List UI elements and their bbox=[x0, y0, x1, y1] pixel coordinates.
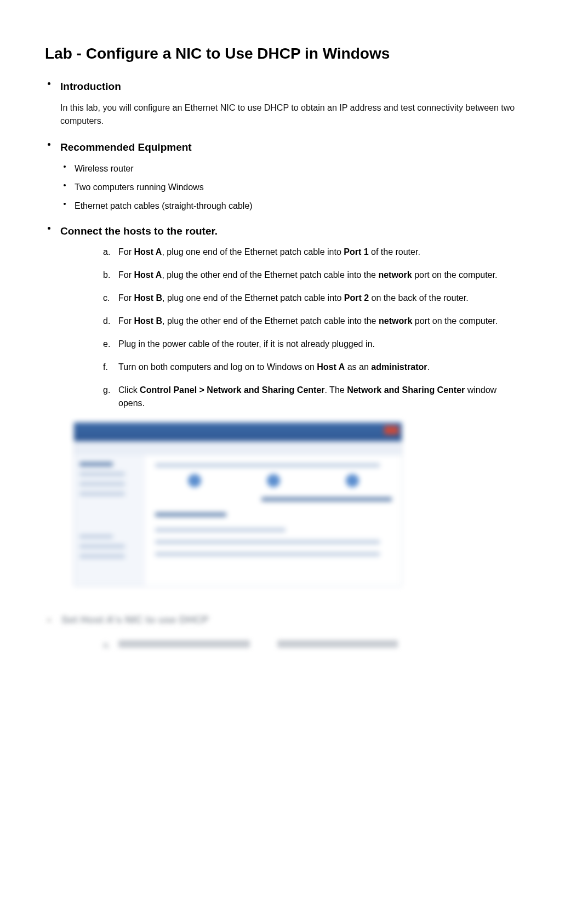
step-item: a.For Host A, plug one end of the Ethern… bbox=[103, 246, 537, 259]
page-title: Lab - Configure a NIC to Use DHCP in Win… bbox=[45, 44, 537, 64]
step-letter: a. bbox=[103, 640, 118, 650]
equipment-list: Wireless router Two computers running Wi… bbox=[60, 162, 537, 213]
step-text: For Host B, plug the other end of the Et… bbox=[118, 315, 537, 328]
step-text: Click Control Panel > Network and Sharin… bbox=[118, 384, 537, 410]
step-text: Plug in the power cable of the router, i… bbox=[118, 338, 537, 351]
section-blurred: Set Host A's NIC to use DHCP a. bbox=[45, 614, 537, 650]
blurred-text bbox=[118, 640, 250, 648]
bullet-marker bbox=[48, 143, 50, 146]
equipment-item: Ethernet patch cables (straight-through … bbox=[60, 199, 537, 213]
network-sharing-center-screenshot bbox=[73, 422, 402, 586]
step-text: Turn on both computers and log on to Win… bbox=[118, 361, 537, 374]
bullet-marker bbox=[48, 619, 50, 621]
blurred-step: a. bbox=[103, 640, 537, 650]
step-item: f.Turn on both computers and log on to W… bbox=[103, 361, 537, 374]
connect-steps: a.For Host A, plug one end of the Ethern… bbox=[103, 246, 537, 410]
step-text: For Host B, plug one end of the Ethernet… bbox=[118, 292, 537, 305]
connect-heading: Connect the hosts to the router. bbox=[60, 225, 537, 238]
step-letter: c. bbox=[103, 292, 118, 305]
intro-heading: Introduction bbox=[60, 80, 537, 94]
step-text: For Host A, plug one end of the Ethernet… bbox=[118, 246, 537, 259]
step-letter: a. bbox=[103, 246, 118, 259]
section-equipment: Recommended Equipment Wireless router Tw… bbox=[45, 141, 537, 213]
step-letter: d. bbox=[103, 315, 118, 328]
section-introduction: Introduction In this lab, you will confi… bbox=[45, 80, 537, 128]
step-letter: b. bbox=[103, 269, 118, 282]
blurred-text bbox=[277, 640, 398, 648]
intro-body: In this lab, you will configure an Ether… bbox=[60, 101, 537, 128]
bullet-marker bbox=[48, 82, 50, 85]
equipment-heading: Recommended Equipment bbox=[60, 141, 537, 155]
equipment-item: Two computers running Windows bbox=[60, 181, 537, 194]
bullet-marker bbox=[48, 227, 50, 230]
step-letter: f. bbox=[103, 361, 118, 374]
step-item: c.For Host B, plug one end of the Ethern… bbox=[103, 292, 537, 305]
step-item: b.For Host A, plug the other end of the … bbox=[103, 269, 537, 282]
step-item: d.For Host B, plug the other end of the … bbox=[103, 315, 537, 328]
blurred-heading: Set Host A's NIC to use DHCP bbox=[61, 614, 209, 626]
equipment-item: Wireless router bbox=[60, 162, 537, 175]
step-letter: e. bbox=[103, 338, 118, 351]
section-connect: Connect the hosts to the router. a.For H… bbox=[45, 225, 537, 587]
step-item: e.Plug in the power cable of the router,… bbox=[103, 338, 537, 351]
step-text: For Host A, plug the other end of the Et… bbox=[118, 269, 537, 282]
step-letter: g. bbox=[103, 384, 118, 410]
step-item: g.Click Control Panel > Network and Shar… bbox=[103, 384, 537, 410]
